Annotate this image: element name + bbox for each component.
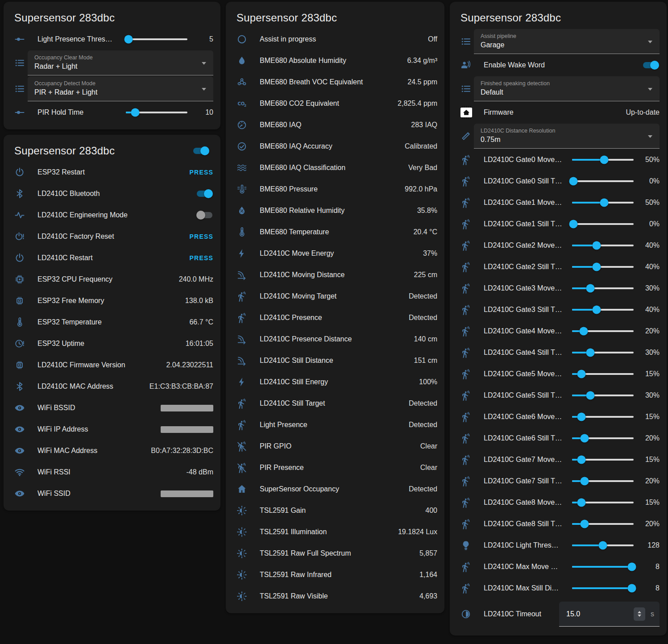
row-bme680-co2-equivalent[interactable]: BME680 CO2 Equivalent2,825.4 ppm: [233, 93, 437, 114]
slider-thumb[interactable]: [600, 199, 608, 207]
stepper-up-icon[interactable]: [638, 611, 641, 613]
row-tsl2591-raw-infrared[interactable]: TSL2591 Raw Infrared1,164: [233, 564, 437, 586]
row-pir-presence[interactable]: PIR PresenceClear: [233, 457, 437, 478]
slider-thumb[interactable]: [580, 477, 589, 486]
row-supersensor-occupancy[interactable]: SuperSensor OccupancyDetected: [233, 478, 437, 500]
slider-thumb[interactable]: [124, 35, 133, 44]
slider-ld2410c-gate7-move-thr[interactable]: [572, 455, 634, 464]
slider-thumb[interactable]: [569, 177, 577, 186]
row-ld2410c-moving-distance[interactable]: LD2410C Moving Distance225 cm: [233, 264, 437, 286]
slider-thumb[interactable]: [600, 156, 608, 164]
slider-ld2410c-gate0-move-thr[interactable]: [572, 155, 634, 164]
slider-thumb[interactable]: [586, 284, 595, 293]
row-bme680-temperature[interactable]: BME680 Temperature20.4 °C: [233, 221, 437, 243]
row-esp32-free-memory[interactable]: ESP32 Free Memory138.0 kB: [11, 290, 213, 312]
row-bme680-iaq[interactable]: BME680 IAQ283 IAQ: [233, 114, 437, 136]
select-assist-pipeline[interactable]: Assist pipelineGarage: [474, 29, 660, 54]
row-wifi-ip-address[interactable]: WiFi IP Address: [11, 419, 213, 440]
press-button-ld2410c-factory-reset[interactable]: PRESS: [190, 233, 213, 240]
row-wifi-rssi[interactable]: WiFi RSSI-48 dBm: [11, 461, 213, 483]
slider-ld2410c-gate7-still-thres[interactable]: [572, 477, 634, 486]
slider-thumb[interactable]: [627, 563, 636, 571]
row-bme680-breath-voc-equivalent[interactable]: BME680 Breath VOC Equivalent24.5 ppm: [233, 71, 437, 93]
row-tsl2591-illumination[interactable]: TSL2591 Illumination19.1824 Lux: [233, 521, 437, 543]
slider-thumb[interactable]: [586, 349, 595, 357]
slider-ld2410c-gate3-still-thres[interactable]: [572, 305, 634, 314]
row-bme680-relative-humidity[interactable]: BME680 Relative Humidity35.8%: [233, 200, 437, 221]
slider-thumb[interactable]: [569, 220, 577, 229]
toggle-ld2410c-bluetooth[interactable]: [197, 191, 212, 197]
row-bme680-iaq-accuracy[interactable]: BME680 IAQ AccuracyCalibrated: [233, 136, 437, 157]
slider-ld2410c-gate5-move-thr[interactable]: [572, 370, 634, 378]
slider-ld2410c-gate8-still-thres[interactable]: [572, 519, 634, 528]
row-ld2410c-mac-address[interactable]: LD2410C MAC AddressE1:C3:B3:CB:BA:87: [11, 376, 213, 397]
slider-thumb[interactable]: [577, 413, 585, 421]
select-ld2410c-distance-resolution[interactable]: LD2410C Distance Resolution0.75m: [474, 124, 660, 149]
slider-thumb[interactable]: [580, 327, 588, 336]
slider-thumb[interactable]: [599, 541, 607, 550]
select-occupancy-detect-mode[interactable]: Occupancy Detect ModePIR + Radar + Light: [28, 76, 213, 101]
slider-thumb[interactable]: [580, 520, 589, 528]
row-ld2410c-firmware-version[interactable]: LD2410C Firmware Version2.04.23022511: [11, 354, 213, 376]
row-ld2410c-still-target[interactable]: LD2410C Still TargetDetected: [233, 393, 437, 414]
row-tsl2591-gain[interactable]: TSL2591 Gain400: [233, 500, 437, 521]
row-wifi-mac-address[interactable]: WiFi MAC AddressB0:A7:32:28:3D:BC: [11, 440, 213, 461]
row-esp32-temperature[interactable]: ESP32 Temperature66.7 °C: [11, 312, 213, 333]
slider-ld2410c-gate8-move-thr[interactable]: [572, 498, 634, 507]
row-tsl2591-raw-visible[interactable]: TSL2591 Raw Visible4,693: [233, 586, 437, 607]
slider-thumb[interactable]: [577, 370, 585, 378]
stepper-control[interactable]: [634, 607, 645, 621]
slider-ld2410c-gate2-still-thres[interactable]: [572, 262, 634, 271]
slider-ld2410c-gate2-move-thr[interactable]: [572, 241, 634, 250]
slider-ld2410c-gate6-still-thres[interactable]: [572, 434, 634, 443]
row-ld2410c-moving-target[interactable]: LD2410C Moving TargetDetected: [233, 286, 437, 307]
slider-ld2410c-gate0-still-thres[interactable]: [572, 177, 634, 186]
stepper-down-icon[interactable]: [638, 615, 641, 617]
row-assist-in-progress[interactable]: Assist in progressOff: [233, 29, 437, 50]
select-occupancy-clear-mode[interactable]: Occupancy Clear ModeRadar + Light: [28, 50, 213, 75]
select-finished-speaking-detection[interactable]: Finished speaking detectionDefault: [474, 76, 660, 101]
number-input-ld2410c-timeout[interactable]: 15.0s: [559, 602, 660, 627]
slider-light-presence-threshold[interactable]: [126, 35, 187, 44]
slider-thumb[interactable]: [627, 584, 636, 593]
row-wifi-ssid[interactable]: WiFi SSID: [11, 483, 213, 504]
row-esp32-cpu-frequency[interactable]: ESP32 CPU Frequency240.0 MHz: [11, 269, 213, 290]
row-pir-gpio[interactable]: PIR GPIOClear: [233, 436, 437, 457]
slider-thumb[interactable]: [586, 391, 595, 400]
slider-ld2410c-max-move-dista[interactable]: [572, 562, 634, 571]
row-bme680-pressure[interactable]: BME680 Pressure992.0 hPa: [233, 179, 437, 200]
slider-thumb[interactable]: [593, 263, 601, 271]
slider-thumb[interactable]: [131, 108, 139, 117]
slider-ld2410c-gate1-still-thres[interactable]: [572, 220, 634, 229]
row-tsl2591-raw-full-spectrum[interactable]: TSL2591 Raw Full Spectrum5,857: [233, 543, 437, 564]
slider-ld2410c-gate1-move-thr[interactable]: [572, 198, 634, 207]
press-button-ld2410c-restart[interactable]: PRESS: [190, 254, 213, 262]
slider-ld2410c-light-threshold[interactable]: [572, 541, 634, 550]
row-firmware[interactable]: FirmwareUp-to-date: [457, 102, 660, 123]
toggle-ld2410c-engineering-mode[interactable]: [197, 212, 212, 218]
slider-ld2410c-gate6-move-thr[interactable]: [572, 412, 634, 421]
row-esp32-uptime[interactable]: ESP32 Uptime16:01:05: [11, 333, 213, 354]
row-wifi-bssid[interactable]: WiFi BSSID: [11, 397, 213, 419]
slider-thumb[interactable]: [580, 434, 589, 443]
row-ld2410c-still-energy[interactable]: LD2410C Still Energy100%: [233, 371, 437, 393]
toggle-enable-wake-word[interactable]: [643, 62, 659, 68]
card-power-toggle[interactable]: [193, 148, 209, 154]
slider-pir-hold-time[interactable]: [126, 108, 187, 117]
slider-ld2410c-gate4-move-thr[interactable]: [572, 327, 634, 336]
slider-ld2410c-gate3-move-thr[interactable]: [572, 284, 634, 293]
slider-thumb[interactable]: [593, 241, 601, 250]
row-ld2410c-presence-distance[interactable]: LD2410C Presence Distance140 cm: [233, 328, 437, 350]
row-bme680-iaq-classification[interactable]: BME680 IAQ ClassificationVery Bad: [233, 157, 437, 179]
press-button-esp32-restart[interactable]: PRESS: [190, 169, 213, 176]
slider-thumb[interactable]: [593, 306, 601, 314]
row-light-presence[interactable]: Light PresenceDetected: [233, 414, 437, 436]
slider-thumb[interactable]: [577, 499, 585, 507]
slider-ld2410c-gate4-still-thres[interactable]: [572, 348, 634, 357]
slider-thumb[interactable]: [577, 456, 585, 464]
row-ld2410c-still-distance[interactable]: LD2410C Still Distance151 cm: [233, 350, 437, 371]
slider-ld2410c-max-still-distanc[interactable]: [572, 584, 634, 593]
row-ld2410c-presence[interactable]: LD2410C PresenceDetected: [233, 307, 437, 328]
slider-ld2410c-gate5-still-thres[interactable]: [572, 391, 634, 400]
row-ld2410c-move-energy[interactable]: LD2410C Move Energy37%: [233, 243, 437, 264]
